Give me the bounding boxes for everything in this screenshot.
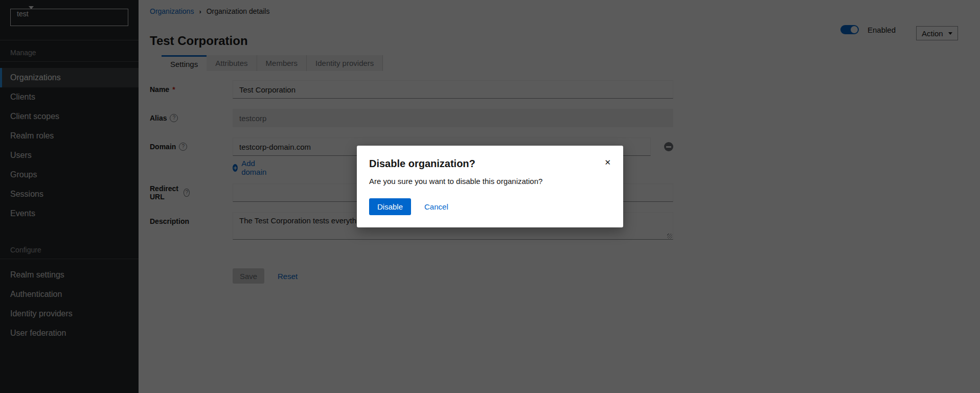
- disable-button[interactable]: Disable: [369, 198, 411, 215]
- modal-body-text: Are you sure you want to disable this or…: [369, 177, 611, 186]
- modal-title: Disable organization?: [369, 158, 611, 170]
- disable-organization-modal: ✕ Disable organization? Are you sure you…: [357, 146, 623, 227]
- keycloak-admin-console: test Manage Organizations Clients Client…: [0, 0, 980, 393]
- close-icon[interactable]: ✕: [602, 156, 613, 169]
- cancel-link[interactable]: Cancel: [424, 202, 448, 211]
- modal-actions: Disable Cancel: [369, 198, 611, 215]
